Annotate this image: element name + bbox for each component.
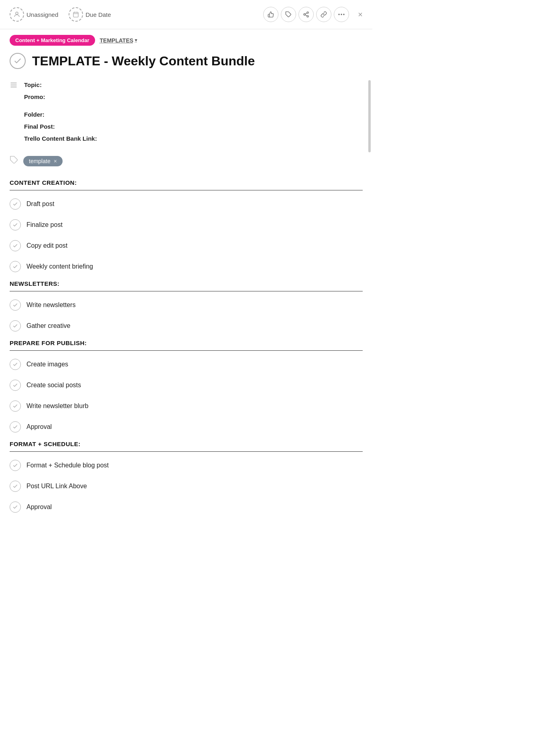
- tag-button[interactable]: [281, 7, 296, 22]
- calendar-icon: [69, 7, 83, 22]
- item-checkbox-format-schedule-1[interactable]: [10, 481, 21, 492]
- item-checkbox-newsletters-0[interactable]: [10, 299, 21, 311]
- link-button[interactable]: [316, 7, 331, 22]
- section-prepare-for-publish: PREPARE FOR PUBLISH:Create imagesCreate …: [10, 340, 363, 437]
- svg-line-9: [305, 15, 307, 16]
- share-button[interactable]: [298, 7, 314, 22]
- checklist-item: Draft post: [10, 194, 363, 214]
- svg-line-10: [305, 13, 307, 14]
- item-checkbox-format-schedule-0[interactable]: [10, 460, 21, 471]
- svg-point-7: [304, 14, 305, 15]
- svg-point-0: [16, 12, 18, 14]
- svg-rect-1: [73, 12, 78, 17]
- item-label: Gather creative: [26, 322, 70, 329]
- description-lines-icon: [10, 81, 18, 146]
- breadcrumb-bar: Content + Marketing Calendar TEMPLATES ▾: [0, 29, 372, 51]
- item-label: Create images: [26, 361, 68, 368]
- due-date-label: Due Date: [85, 11, 111, 18]
- item-label: Write newsletter blurb: [26, 402, 88, 410]
- checklist-item: Post URL Link Above: [10, 476, 363, 497]
- section-header-newsletters: NEWSLETTERS:: [10, 280, 363, 291]
- checklist-item: Finalize post: [10, 214, 363, 235]
- section-header-format-schedule: FORMAT + SCHEDULE:: [10, 441, 363, 452]
- item-checkbox-content-creation-3[interactable]: [10, 261, 21, 272]
- item-checkbox-prepare-for-publish-1[interactable]: [10, 380, 21, 391]
- board-pill[interactable]: Content + Marketing Calendar: [10, 35, 95, 46]
- checklist-item: Write newsletters: [10, 295, 363, 315]
- item-label: Approval: [26, 503, 52, 511]
- due-date-button[interactable]: Due Date: [65, 6, 114, 23]
- folder-field: Folder:: [24, 110, 363, 119]
- description-area: Topic: Promo: Folder: Final Post: Trello…: [10, 80, 363, 146]
- tags-row: template ×: [10, 156, 363, 166]
- scrollbar[interactable]: [368, 80, 371, 152]
- remove-tag-button[interactable]: ×: [54, 158, 57, 164]
- checklist-item: Write newsletter blurb: [10, 396, 363, 416]
- thumbsup-button[interactable]: [263, 7, 278, 22]
- section-format-schedule: FORMAT + SCHEDULE:Format + Schedule blog…: [10, 441, 363, 517]
- checklist-item: Create images: [10, 354, 363, 375]
- promo-field: Promo:: [24, 92, 363, 102]
- checklist-item: Create social posts: [10, 375, 363, 396]
- templates-label: TEMPLATES: [100, 37, 134, 44]
- item-label: Weekly content briefing: [26, 263, 93, 270]
- sections-container: CONTENT CREATION:Draft postFinalize post…: [10, 179, 363, 517]
- close-button[interactable]: ×: [355, 8, 366, 21]
- section-newsletters: NEWSLETTERS:Write newslettersGather crea…: [10, 280, 363, 336]
- section-header-content-creation: CONTENT CREATION:: [10, 179, 363, 190]
- item-label: Format + Schedule blog post: [26, 462, 109, 469]
- checklist-item: Copy edit post: [10, 235, 363, 256]
- svg-point-11: [339, 14, 340, 15]
- task-title: TEMPLATE - Weekly Content Bundle: [32, 53, 255, 69]
- final-post-field: Final Post:: [24, 122, 363, 131]
- item-label: Create social posts: [26, 382, 81, 389]
- topic-field: Topic:: [24, 80, 363, 90]
- assignee-button[interactable]: Unassigned: [6, 6, 61, 23]
- checklist-item: Approval: [10, 416, 363, 437]
- checklist-item: Format + Schedule blog post: [10, 455, 363, 476]
- item-checkbox-content-creation-0[interactable]: [10, 198, 21, 210]
- svg-point-13: [343, 14, 345, 15]
- item-label: Post URL Link Above: [26, 483, 87, 490]
- section-header-prepare-for-publish: PREPARE FOR PUBLISH:: [10, 340, 363, 351]
- checklist-item: Approval: [10, 497, 363, 517]
- item-checkbox-prepare-for-publish-3[interactable]: [10, 421, 21, 433]
- item-checkbox-format-schedule-2[interactable]: [10, 501, 21, 513]
- section-content-creation: CONTENT CREATION:Draft postFinalize post…: [10, 179, 363, 277]
- svg-point-8: [307, 16, 309, 17]
- title-checkbox[interactable]: [10, 53, 26, 69]
- chevron-down-icon: ▾: [135, 38, 137, 43]
- svg-point-12: [341, 14, 342, 15]
- avatar-icon: [10, 7, 24, 22]
- toolbar-actions: ×: [263, 7, 366, 22]
- toolbar-left: Unassigned Due Date: [6, 6, 259, 23]
- item-checkbox-prepare-for-publish-2[interactable]: [10, 400, 21, 412]
- unassigned-label: Unassigned: [26, 11, 58, 18]
- title-row: TEMPLATE - Weekly Content Bundle: [10, 51, 363, 69]
- main-content: TEMPLATE - Weekly Content Bundle Topic: …: [0, 51, 372, 534]
- template-tag[interactable]: template ×: [23, 156, 63, 166]
- templates-breadcrumb[interactable]: TEMPLATES ▾: [100, 37, 138, 44]
- item-label: Write newsletters: [26, 301, 75, 309]
- description-content: Topic: Promo: Folder: Final Post: Trello…: [24, 80, 363, 146]
- item-checkbox-content-creation-2[interactable]: [10, 240, 21, 251]
- more-button[interactable]: [334, 7, 349, 22]
- svg-point-6: [307, 12, 309, 13]
- item-checkbox-prepare-for-publish-0[interactable]: [10, 359, 21, 370]
- toolbar: Unassigned Due Date: [0, 0, 372, 29]
- item-label: Draft post: [26, 200, 54, 208]
- item-checkbox-content-creation-1[interactable]: [10, 219, 21, 230]
- item-label: Finalize post: [26, 221, 63, 228]
- tag-outline-icon: [10, 156, 18, 166]
- item-label: Copy edit post: [26, 242, 67, 249]
- checklist-item: Gather creative: [10, 315, 363, 336]
- item-label: Approval: [26, 423, 52, 431]
- item-checkbox-newsletters-1[interactable]: [10, 320, 21, 332]
- tag-label: template: [29, 158, 51, 164]
- checklist-item: Weekly content briefing: [10, 256, 363, 277]
- trello-link-field: Trello Content Bank Link:: [24, 134, 363, 144]
